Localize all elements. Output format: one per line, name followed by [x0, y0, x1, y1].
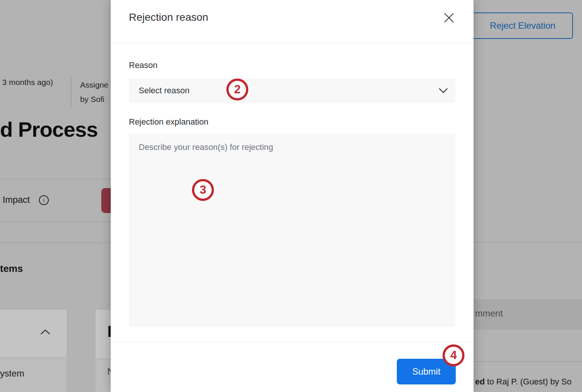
- explanation-field-label: Rejection explanation: [129, 117, 208, 127]
- header-divider: [111, 43, 474, 43]
- footer-divider: [111, 342, 474, 343]
- section-divider: [0, 222, 111, 222]
- assigned-meta: Assigne by Sofi: [80, 78, 111, 110]
- section-divider: [0, 179, 111, 179]
- activity-detail: to Raj P. (Guest) by So: [485, 377, 571, 386]
- annotation-step-2: 2: [226, 79, 248, 100]
- reason-select[interactable]: Select reason: [129, 78, 455, 103]
- meta-divider: [71, 77, 71, 108]
- page-title: d Process: [0, 117, 98, 142]
- card-footer-text: ystem: [0, 368, 24, 379]
- section-divider: [0, 242, 111, 243]
- rejection-reason-dialog: Rejection reason Reason Select reason 2 …: [111, 0, 474, 392]
- impact-label: Impact: [3, 194, 30, 205]
- annotation-step-3: 3: [192, 179, 214, 201]
- chevron-up-icon[interactable]: [40, 329, 51, 335]
- comment-placeholder: mment: [475, 308, 503, 319]
- activity-log-entry: ed to Raj P. (Guest) by So: [475, 377, 571, 387]
- reason-field-label: Reason: [129, 60, 158, 70]
- annotation-step-4: 4: [443, 344, 464, 366]
- created-age-text: 3 months ago): [2, 78, 53, 87]
- dialog-title: Rejection reason: [129, 11, 208, 23]
- explanation-textarea[interactable]: [129, 133, 455, 327]
- reason-select-value: Select reason: [139, 78, 190, 103]
- chevron-down-icon: [439, 88, 448, 94]
- items-card-title: I: [107, 323, 111, 341]
- comment-input[interactable]: mment: [474, 299, 582, 330]
- summary-card-header: [0, 310, 67, 358]
- activity-divider: [474, 361, 582, 362]
- assigned-line2: by Sofi: [80, 92, 111, 106]
- reject-elevation-button[interactable]: Reject Elevation: [472, 12, 573, 39]
- summary-card: ystem: [0, 310, 67, 392]
- summary-card-body: ystem: [0, 358, 67, 392]
- info-icon[interactable]: i: [39, 195, 49, 205]
- activity-action: ed: [475, 377, 485, 386]
- close-button[interactable]: [443, 12, 455, 23]
- items-section-heading: tems: [0, 263, 23, 275]
- items-table-card: I N: [96, 310, 111, 392]
- assigned-line1: Assigne: [80, 78, 111, 92]
- section-divider: [474, 242, 582, 242]
- items-column-header: N: [107, 366, 111, 377]
- close-icon: [444, 12, 454, 23]
